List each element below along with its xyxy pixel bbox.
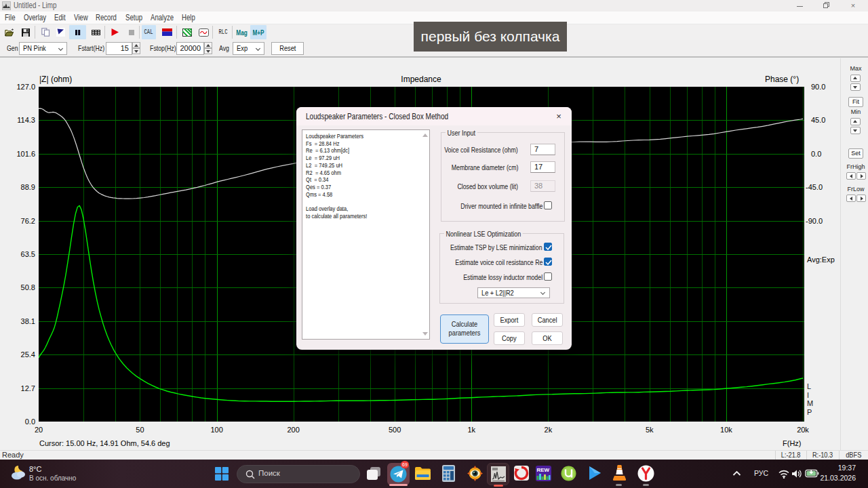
dialog-title-bar[interactable]: Loudspeaker Parameters - Closed Box Meth… [296,107,572,125]
weather-temperature[interactable]: 8°C [29,465,41,473]
z-tick-label: 101.6 [7,150,35,158]
menu-record[interactable]: Record [96,12,117,24]
flag-button[interactable] [55,25,66,39]
level-left: L:-21.8 [775,451,806,460]
calculate-parameters-button[interactable]: Calculateparameters [440,314,489,344]
fstart-input[interactable]: 15 [106,42,132,55]
frhigh-left-button[interactable] [846,172,856,180]
overlay-pattern-button[interactable] [182,25,192,39]
limp-taskbar-button[interactable] [487,463,509,485]
table-button[interactable] [90,25,102,39]
copy-button[interactable] [40,25,52,39]
tray-time[interactable]: 19:37 [838,464,856,472]
scroll-down-icon[interactable] [422,332,428,336]
search-input[interactable]: Поиск [237,465,360,483]
frlow-left-button[interactable] [846,195,856,202]
utorrent-button[interactable] [561,466,576,481]
maximize-button[interactable] [814,0,837,12]
flag-red-blue-button[interactable] [161,25,172,39]
copy-button[interactable]: Copy [494,331,525,345]
fstop-input[interactable]: 20000 [176,42,204,55]
min-label: Min [841,108,868,115]
iobit-button[interactable] [514,466,529,481]
ok-button[interactable]: OK [532,331,563,345]
dialog-close-button[interactable]: × [553,110,565,123]
max-up-button[interactable] [850,75,861,82]
mp-button[interactable]: M+P [250,25,267,39]
app-icon [2,1,11,10]
pause-icon [75,30,81,35]
battery-icon[interactable] [805,469,819,478]
x-tick-label: 200 [273,426,314,434]
voice-coil-input[interactable]: 7 [530,144,555,155]
fstop-label: Fstop(Hz) [150,44,176,52]
language-indicator[interactable]: РУС [754,469,768,477]
task-view-button[interactable] [367,467,381,481]
gen-combobox[interactable]: PN Pink [19,42,67,55]
menu-file[interactable]: File [5,12,15,24]
fit-button[interactable]: Fit [848,97,863,107]
weather-description[interactable]: В осн. облачно [29,474,76,482]
avg-label: Avg [219,44,229,52]
cal-button[interactable]: CAL [142,25,156,39]
stop-button[interactable] [125,25,137,39]
menu-view[interactable]: View [74,12,88,24]
close-button[interactable]: × [842,0,865,12]
max-down-button[interactable] [850,83,861,91]
volume-icon[interactable] [791,469,802,479]
sine-icon [199,28,209,37]
tsp-checkbox[interactable] [544,243,552,251]
lossy-checkbox[interactable] [544,272,552,281]
tray-expand-icon[interactable] [732,470,741,476]
calculator-button[interactable] [442,465,455,482]
viewer-button[interactable] [467,466,483,481]
menu-edit[interactable]: Edit [54,12,66,24]
frlow-right-button[interactable] [856,195,866,202]
minimize-button[interactable] [789,0,812,12]
avg-combobox[interactable]: Exp [233,42,264,55]
fstop-spinner[interactable] [204,42,212,55]
sine-generator-button[interactable] [198,25,209,39]
export-button[interactable]: Export [494,313,525,327]
vlc-running-indicator [616,484,622,486]
baffle-checkbox[interactable] [544,201,552,209]
open-button[interactable] [3,25,15,39]
play-button[interactable] [109,25,121,39]
re-checkbox[interactable] [544,258,552,266]
scroll-up-icon[interactable] [422,134,428,137]
yandex-running-indicator [643,484,649,486]
rew-button[interactable]: REW [536,466,551,481]
save-button[interactable] [20,25,31,39]
min-down-button[interactable] [850,127,861,134]
yandex-button[interactable] [637,465,654,482]
set-button[interactable]: Set [848,148,863,159]
z-tick-label: 25.4 [7,350,35,359]
z-tick-label: 76.2 [7,217,35,225]
explorer-button[interactable] [414,466,431,481]
mag-button[interactable]: Mag [235,25,248,39]
start-button[interactable] [215,467,229,481]
closed-box-input: 38 [530,180,555,192]
reset-button[interactable]: Reset [271,42,304,55]
rlc-button[interactable]: RLC [216,25,231,39]
menu-help[interactable]: Help [182,12,195,24]
frhigh-right-button[interactable] [856,172,866,180]
vlc-button[interactable] [612,465,627,481]
telegram-button[interactable]: 69 [387,463,410,485]
fstart-spinner[interactable] [132,42,140,55]
membrane-label: Membrane diameter (cm) [451,163,518,171]
min-up-button[interactable] [850,118,861,125]
inductor-model-combobox[interactable]: Le + L2||R2 [477,287,550,298]
menu-setup[interactable]: Setup [125,12,142,24]
tray-date[interactable]: 21.03.2026 [820,474,856,482]
results-textarea[interactable]: Loudspeaker Parameters Fs = 28.84 Hz Re … [302,129,430,340]
pause-button[interactable] [69,25,86,39]
tsp-label: Estimate TSP by LSE minimization [450,243,542,251]
menu-overlay[interactable]: Overlay [24,12,46,24]
media-player-button[interactable] [587,466,602,481]
wifi-icon[interactable] [778,470,789,479]
cancel-button[interactable]: Cancel [532,313,563,327]
membrane-input[interactable]: 17 [530,161,555,173]
menu-analyze[interactable]: Analyze [151,12,174,24]
search-icon [245,470,255,479]
